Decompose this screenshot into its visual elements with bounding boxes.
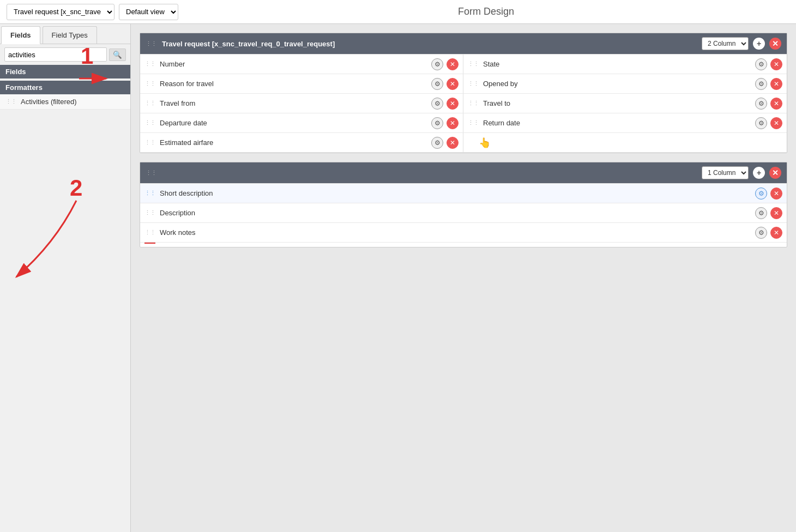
section-header-1: ⋮⋮ Travel request [x_snc_travel_req_0_tr…	[140, 33, 787, 54]
drop-indicator	[144, 243, 155, 247]
field-gear-work-notes[interactable]: ⚙	[755, 227, 767, 239]
field-remove-short-desc[interactable]: ✕	[770, 188, 782, 200]
field-gear-travel-to[interactable]: ⚙	[755, 98, 767, 110]
field-remove-airfare[interactable]: ✕	[447, 137, 459, 149]
field-name: Work notes	[160, 228, 752, 237]
cursor-icon: 👆	[468, 137, 491, 149]
field-remove-return[interactable]: ✕	[770, 117, 782, 129]
drag-icon: ⋮⋮	[144, 190, 155, 197]
field-name: Departure date	[160, 119, 428, 127]
section-add-button-2[interactable]: +	[753, 167, 765, 179]
field-row-opened-by: ⋮⋮ Opened by ⚙ ✕	[463, 74, 787, 94]
drag-icon: ⋮⋮	[144, 80, 155, 87]
drag-icon: ⋮⋮	[144, 61, 155, 68]
field-name: Return date	[483, 119, 752, 127]
field-name: Travel from	[160, 99, 428, 107]
content-area: ⋮⋮ Travel request [x_snc_travel_req_0_tr…	[131, 24, 796, 532]
field-name: Travel to	[483, 99, 752, 107]
field-gear-state[interactable]: ⚙	[755, 58, 767, 70]
section-title-1: Travel request [x_snc_travel_req_0_trave…	[162, 40, 697, 48]
field-row-work-notes: ⋮⋮ Work notes ⚙ ✕	[140, 223, 787, 243]
drag-icon: ⋮⋮	[144, 119, 155, 126]
field-remove-travel-to[interactable]: ✕	[770, 98, 782, 110]
view-dropdown[interactable]: Default view	[119, 4, 178, 20]
search-icon: 🔍	[113, 51, 122, 59]
field-gear-reason[interactable]: ⚙	[431, 78, 443, 90]
drag-icon: ⋮⋮	[144, 229, 155, 236]
table-dropdown[interactable]: Travel request [x_snc_trave	[7, 4, 114, 20]
page-title: Form Design	[183, 6, 789, 17]
formatters-section-header: Formatters	[0, 81, 130, 94]
field-gear-number[interactable]: ⚙	[431, 58, 443, 70]
tab-fields[interactable]: Fields	[1, 26, 40, 44]
field-name: Number	[160, 60, 428, 68]
drag-icon: ⋮⋮	[144, 209, 155, 216]
section-add-button-1[interactable]: +	[753, 38, 765, 50]
search-button[interactable]: 🔍	[109, 49, 126, 61]
field-name: Estimated airfare	[160, 138, 428, 147]
field-row-number: ⋮⋮ Number ⚙ ✕	[140, 55, 463, 74]
drag-icon: ⋮⋮	[468, 100, 479, 107]
section-header-2: ⋮⋮ 1 Column 2 Column 3 Column + ✕	[140, 162, 787, 183]
sidebar-item-activities[interactable]: ⋮⋮ Activities (filtered)	[0, 94, 130, 110]
field-row-state: ⋮⋮ State ⚙ ✕	[463, 55, 787, 74]
section-drag-icon-2: ⋮⋮	[146, 170, 156, 177]
section-travel-request: ⋮⋮ Travel request [x_snc_travel_req_0_tr…	[140, 33, 787, 153]
fields-section-header: Fields	[0, 65, 130, 78]
field-row-description: ⋮⋮ Description ⚙ ✕	[140, 203, 787, 223]
top-bar: Travel request [x_snc_trave Default view…	[0, 0, 796, 24]
column-select-1[interactable]: 2 Column 1 Column 3 Column	[702, 37, 749, 50]
sidebar: 1 2 Fields Field Types 🔍 Fields Formatte…	[0, 24, 131, 532]
field-gear-return[interactable]: ⚙	[755, 117, 767, 129]
drag-icon: ⋮⋮	[468, 119, 479, 126]
section-grid-1: ⋮⋮ Number ⚙ ✕ ⋮⋮ State ⚙ ✕ ⋮⋮ Reason for…	[140, 54, 787, 153]
field-gear-short-desc[interactable]: ⚙	[755, 188, 767, 200]
field-gear-opened-by[interactable]: ⚙	[755, 78, 767, 90]
field-remove-number[interactable]: ✕	[447, 58, 459, 70]
field-row-return: ⋮⋮ Return date ⚙ ✕	[463, 113, 787, 133]
section-remove-button-1[interactable]: ✕	[769, 38, 781, 50]
section-drag-icon: ⋮⋮	[146, 40, 156, 47]
arrow-overlay	[0, 48, 131, 532]
field-remove-opened-by[interactable]: ✕	[770, 78, 782, 90]
tab-field-types[interactable]: Field Types	[43, 26, 97, 44]
drag-icon: ⋮⋮	[144, 100, 155, 107]
main-layout: 1 2 Fields Field Types 🔍 Fields Formatte…	[0, 24, 796, 532]
field-remove-state[interactable]: ✕	[770, 58, 782, 70]
drag-icon: ⋮⋮	[468, 61, 479, 68]
column-select-2[interactable]: 1 Column 2 Column 3 Column	[702, 166, 749, 179]
field-remove-work-notes[interactable]: ✕	[770, 227, 782, 239]
field-gear-description[interactable]: ⚙	[755, 207, 767, 219]
field-remove-departure[interactable]: ✕	[447, 117, 459, 129]
annotation-2: 2	[70, 177, 82, 200]
drag-icon: ⋮⋮	[468, 80, 479, 87]
field-remove-travel-from[interactable]: ✕	[447, 98, 459, 110]
field-name: State	[483, 60, 752, 68]
field-row-short-desc: ⋮⋮ Short description ⚙ ✕	[140, 184, 787, 203]
search-area: 🔍	[0, 44, 130, 65]
annotation-1: 1	[81, 45, 93, 68]
drag-icon: ⋮⋮	[5, 98, 16, 105]
sidebar-tabs: Fields Field Types	[0, 24, 130, 44]
field-row-travel-to: ⋮⋮ Travel to ⚙ ✕	[463, 94, 787, 113]
field-name: Short description	[160, 189, 752, 197]
field-row-reason: ⋮⋮ Reason for travel ⚙ ✕	[140, 74, 463, 94]
section-2: ⋮⋮ 1 Column 2 Column 3 Column + ✕ ⋮⋮ Sho…	[140, 162, 787, 247]
field-row-departure: ⋮⋮ Departure date ⚙ ✕	[140, 113, 463, 133]
field-gear-departure[interactable]: ⚙	[431, 117, 443, 129]
field-row-empty: 👆	[463, 133, 787, 153]
field-name: Opened by	[483, 80, 752, 88]
field-name: Description	[160, 209, 752, 217]
field-name: Reason for travel	[160, 80, 428, 88]
field-row-travel-from: ⋮⋮ Travel from ⚙ ✕	[140, 94, 463, 113]
field-row-airfare: ⋮⋮ Estimated airfare ⚙ ✕	[140, 133, 463, 153]
section-remove-button-2[interactable]: ✕	[769, 167, 781, 179]
field-gear-travel-from[interactable]: ⚙	[431, 98, 443, 110]
field-gear-airfare[interactable]: ⚙	[431, 137, 443, 149]
section-grid-2: ⋮⋮ Short description ⚙ ✕ ⋮⋮ Description …	[140, 183, 787, 243]
field-remove-reason[interactable]: ✕	[447, 78, 459, 90]
sidebar-item-label: Activities (filtered)	[21, 98, 77, 106]
field-remove-description[interactable]: ✕	[770, 207, 782, 219]
drag-icon: ⋮⋮	[144, 139, 155, 146]
